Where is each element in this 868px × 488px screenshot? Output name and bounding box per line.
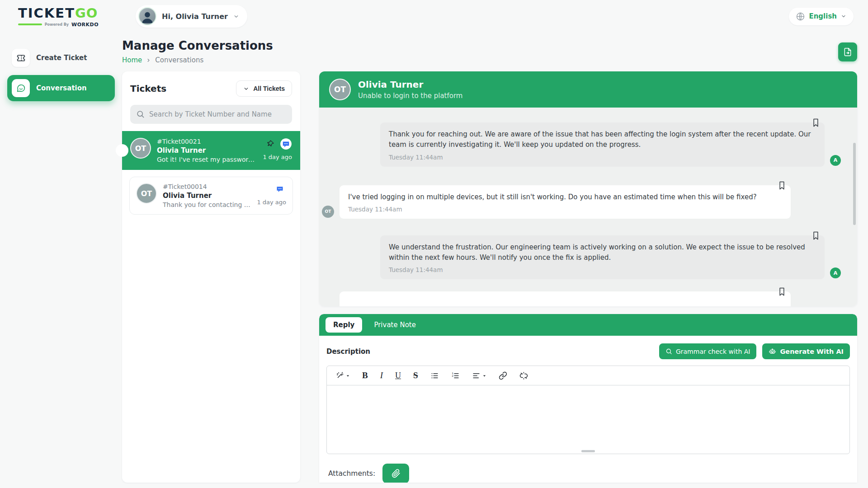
tab-private-note[interactable]: Private Note: [374, 321, 416, 329]
user-menu[interactable]: Hi, Olivia Turner: [136, 5, 247, 28]
sidebar-item-label: Create Ticket: [36, 54, 87, 62]
ticket-icon: [12, 49, 30, 67]
ticket-search-input[interactable]: [130, 105, 292, 124]
grammar-check-button[interactable]: Grammar check with AI: [659, 343, 757, 359]
generate-with-ai-button[interactable]: Generate With AI: [762, 343, 850, 359]
user-greeting: Hi, Olivia Turner: [162, 12, 228, 21]
rich-text-editor: B I U S: [326, 366, 850, 454]
robot-icon: [769, 347, 776, 355]
chevron-right-icon: [146, 58, 151, 63]
bookmark-icon[interactable]: [812, 231, 819, 240]
breadcrumb: Home Conversations: [122, 56, 273, 64]
strikethrough-button[interactable]: S: [413, 371, 418, 380]
reply-panel: Reply Private Note Description Grammar c…: [319, 314, 857, 483]
search-icon: [136, 110, 145, 118]
ticket-list-item[interactable]: OT #Ticket00021 Olivia Turner Got it! I'…: [122, 131, 300, 170]
ticket-list-item[interactable]: OT #Ticket00014 Olivia Turner Thank you …: [129, 177, 293, 215]
agent-avatar: A: [830, 267, 841, 278]
ticket-time: 1 day ago: [263, 154, 292, 160]
ticket-subject: Unable to login to the platform: [358, 92, 462, 100]
ticket-message-preview: Thank you for contacting us! O...: [163, 201, 251, 208]
conversation-panel: OT Olivia Turner Unable to login to the …: [319, 71, 857, 483]
grammar-check-label: Grammar check with AI: [676, 348, 750, 355]
top-bar: TICKET GO Powered By WORKDO Hi, Olivia T…: [0, 0, 868, 33]
logo-text-go: GO: [75, 5, 98, 21]
ticket-number: #Ticket00014: [163, 183, 251, 190]
message-text: We understand the frustration. Our engin…: [389, 242, 816, 263]
message-row-partial: [319, 291, 857, 306]
editor-resize-handle[interactable]: [581, 450, 595, 452]
ticket-customer-name: Olivia Turner: [163, 192, 251, 200]
language-label: English: [809, 12, 837, 20]
ticket-filter-dropdown[interactable]: All Tickets: [236, 80, 292, 97]
italic-button[interactable]: I: [380, 371, 383, 380]
logo-text-ticket: TICKET: [18, 5, 75, 21]
message-row: Thank you for reaching out. We are aware…: [319, 122, 857, 167]
ticket-avatar: OT: [130, 138, 151, 159]
logo-workdo: WORKDO: [71, 22, 99, 28]
user-avatar: [138, 7, 156, 25]
chevron-down-icon: [841, 14, 846, 19]
language-selector[interactable]: English: [789, 8, 854, 25]
ticket-customer-name: Olivia Turner: [157, 146, 257, 155]
bookmark-icon[interactable]: [812, 118, 819, 127]
chat-bubble-icon: [12, 79, 30, 97]
message-timestamp: Tuesday 11:44am: [348, 206, 782, 213]
chevron-down-icon: [243, 86, 249, 92]
attachments-label: Attachments:: [328, 469, 375, 478]
message-timestamp: Tuesday 11:44am: [389, 266, 816, 273]
insert-link-button[interactable]: [499, 371, 507, 380]
attach-file-button[interactable]: [382, 464, 409, 483]
tickets-panel: Tickets All Tickets: [122, 71, 300, 483]
pin-icon[interactable]: [267, 140, 274, 148]
underline-button[interactable]: U: [395, 371, 401, 380]
message-timestamp: Tuesday 11:44am: [389, 154, 816, 161]
export-button[interactable]: [838, 42, 857, 61]
editor-toolbar: B I U S: [327, 366, 849, 385]
globe-icon: [796, 12, 805, 21]
message-count-icon: [274, 183, 286, 195]
reply-text-area[interactable]: [327, 385, 849, 453]
main-content: Manage Conversations Home Conversations: [122, 33, 868, 483]
chat-message-list[interactable]: Thank you for reaching out. We are aware…: [319, 108, 857, 306]
text-align-button[interactable]: [472, 371, 486, 380]
ordered-list-button[interactable]: 1 2: [451, 371, 460, 380]
app-logo[interactable]: TICKET GO Powered By WORKDO: [18, 5, 99, 28]
message-count-icon: [280, 138, 292, 150]
ticket-filter-label: All Tickets: [253, 85, 285, 92]
generate-with-ai-label: Generate With AI: [780, 348, 844, 355]
message-row: I've tried logging in on multiple device…: [319, 185, 857, 219]
file-export-icon: [843, 47, 852, 56]
tab-reply[interactable]: Reply: [326, 317, 362, 333]
bookmark-icon[interactable]: [778, 287, 785, 296]
page-title: Manage Conversations: [122, 39, 273, 52]
selected-ticket-notch: [116, 144, 128, 157]
chat-scrollbar[interactable]: [853, 143, 856, 225]
bold-button[interactable]: B: [362, 371, 368, 380]
sidebar-item-conversation[interactable]: Conversation: [7, 75, 115, 101]
contact-name: Olivia Turner: [358, 79, 462, 90]
breadcrumb-home-link[interactable]: Home: [122, 56, 142, 64]
logo-underline: [18, 23, 42, 25]
paperclip-icon: [392, 469, 401, 478]
bullet-list-button[interactable]: [430, 371, 439, 380]
sidebar-item-label: Conversation: [36, 84, 87, 92]
search-check-icon: [665, 348, 672, 355]
message-row: We understand the frustration. Our engin…: [319, 235, 857, 280]
breadcrumb-current: Conversations: [155, 56, 203, 64]
chat-card: OT Olivia Turner Unable to login to the …: [319, 71, 857, 306]
magic-wand-icon[interactable]: [336, 371, 350, 380]
message-text: I've tried logging in on multiple device…: [348, 192, 782, 202]
chat-header: OT Olivia Turner Unable to login to the …: [319, 71, 857, 108]
svg-text:2: 2: [452, 374, 453, 377]
remove-link-button[interactable]: [519, 371, 528, 380]
ticket-time: 1 day ago: [257, 199, 286, 206]
ticket-number: #Ticket00021: [157, 138, 257, 145]
sidebar-item-create-ticket[interactable]: Create Ticket: [7, 45, 115, 70]
agent-avatar: A: [830, 155, 841, 166]
bookmark-icon[interactable]: [778, 181, 785, 190]
ticket-avatar: OT: [136, 183, 157, 204]
logo-powered-by: Powered By: [45, 23, 69, 27]
message-text: Thank you for reaching out. We are aware…: [389, 129, 816, 150]
description-label: Description: [326, 347, 370, 356]
